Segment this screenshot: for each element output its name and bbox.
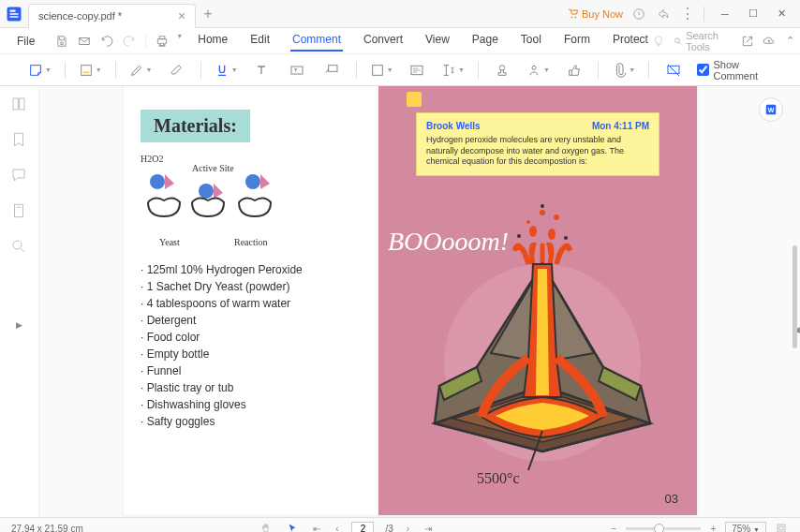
- svg-rect-8: [82, 71, 89, 73]
- comments-panel-icon[interactable]: [10, 167, 29, 185]
- close-button[interactable]: ✕: [768, 3, 794, 25]
- menu-edit[interactable]: Edit: [248, 31, 272, 52]
- menu-comment[interactable]: Comment: [290, 31, 343, 52]
- search-tools-input[interactable]: Search Tools: [674, 30, 733, 52]
- new-tab-button[interactable]: +: [203, 6, 212, 22]
- signature-tool[interactable]: ▼: [526, 59, 550, 81]
- prev-page-icon[interactable]: ‹: [333, 522, 340, 532]
- external-link-icon[interactable]: [741, 33, 755, 50]
- attachments-panel-icon[interactable]: [10, 202, 29, 221]
- next-page-icon[interactable]: ›: [405, 522, 411, 532]
- svg-rect-34: [778, 525, 785, 532]
- search-panel-icon[interactable]: [10, 238, 29, 257]
- stamp-tool[interactable]: [492, 59, 513, 81]
- hide-comments-tool[interactable]: [662, 59, 684, 81]
- svg-rect-10: [329, 65, 337, 71]
- menu-protect[interactable]: Protect: [611, 31, 650, 52]
- document-page-left: Materials: H2O2 Active Site Yeast Reacti…: [124, 86, 378, 515]
- dimensions-label: 27.94 x 21.59 cm: [11, 524, 83, 532]
- show-comment-toggle[interactable]: Show Comment: [697, 59, 772, 81]
- svg-rect-1: [10, 9, 16, 11]
- menu-tool[interactable]: Tool: [519, 31, 543, 52]
- svg-point-20: [150, 174, 165, 189]
- buy-now-link[interactable]: Buy Now: [568, 8, 623, 20]
- svg-point-22: [245, 174, 260, 189]
- zoom-out-icon[interactable]: −: [610, 522, 619, 532]
- word-export-icon[interactable]: W: [759, 97, 783, 122]
- svg-point-29: [564, 236, 568, 240]
- svg-point-27: [548, 229, 556, 240]
- note-tool[interactable]: ▼: [28, 59, 52, 81]
- document-page-right: Brook Wells Mon 4:11 PM Hydrogen peroxid…: [378, 86, 697, 515]
- show-comment-checkbox[interactable]: [697, 64, 709, 76]
- zoom-in-icon[interactable]: +: [708, 522, 718, 532]
- sidebar-expand-icon[interactable]: ▶: [16, 320, 22, 330]
- underline-tool[interactable]: ▼: [215, 59, 238, 81]
- svg-point-6: [674, 37, 679, 42]
- sticky-note-icon[interactable]: [407, 92, 422, 107]
- scrollbar[interactable]: [793, 245, 797, 348]
- textbox-tool[interactable]: [286, 59, 307, 81]
- print-icon[interactable]: [154, 33, 170, 50]
- app-icon: [0, 0, 28, 28]
- menu-form[interactable]: Form: [562, 31, 592, 52]
- menu-page[interactable]: Page: [470, 31, 500, 52]
- bulb-icon[interactable]: [652, 33, 666, 50]
- kebab-menu-icon[interactable]: ⋮: [679, 6, 696, 22]
- thumbnails-icon[interactable]: [10, 96, 29, 114]
- materials-list: 125ml 10% Hydrogen Peroxide1 Sachet Dry …: [141, 261, 362, 430]
- svg-rect-11: [372, 65, 382, 75]
- svg-point-30: [541, 204, 544, 208]
- svg-rect-9: [291, 66, 303, 74]
- page-number-label: 03: [665, 492, 678, 506]
- eraser-tool[interactable]: [165, 59, 186, 81]
- redo-icon[interactable]: [121, 33, 138, 50]
- mail-icon[interactable]: [76, 33, 93, 50]
- boom-text: BOOooom!: [388, 227, 509, 257]
- measure-tool[interactable]: ▼: [441, 59, 465, 81]
- list-item: Food color: [141, 329, 362, 346]
- attachment-tool[interactable]: ▼: [612, 59, 635, 81]
- sticky-note[interactable]: Brook Wells Mon 4:11 PM Hydrogen peroxid…: [416, 112, 659, 176]
- last-page-icon[interactable]: ⇥: [422, 522, 434, 532]
- text-tool[interactable]: [251, 59, 273, 81]
- minimize-button[interactable]: ─: [712, 3, 738, 25]
- file-menu[interactable]: File: [9, 31, 42, 52]
- page-input[interactable]: [351, 522, 374, 533]
- svg-rect-18: [14, 204, 22, 217]
- svg-rect-16: [13, 98, 18, 110]
- svg-point-24: [526, 220, 530, 224]
- document-tab[interactable]: science-copy.pdf * ×: [28, 4, 196, 28]
- hand-tool-icon[interactable]: [259, 521, 274, 533]
- notification-icon[interactable]: [630, 6, 647, 22]
- menu-view[interactable]: View: [423, 31, 452, 52]
- maximize-button[interactable]: ☐: [740, 3, 766, 25]
- materials-heading: Materials:: [141, 110, 250, 142]
- select-tool-icon[interactable]: [285, 521, 300, 533]
- menu-home[interactable]: Home: [196, 31, 230, 52]
- fit-page-icon[interactable]: [774, 521, 789, 533]
- materials-diagram: H2O2 Active Site Yeast Reaction: [141, 154, 362, 247]
- undo-icon[interactable]: [98, 33, 115, 50]
- note-body: Hydrogen peroxide molecules are very uns…: [426, 135, 649, 168]
- tab-close-icon[interactable]: ×: [178, 8, 185, 23]
- share-icon[interactable]: [655, 6, 672, 22]
- approve-tool[interactable]: [563, 59, 585, 81]
- first-page-icon[interactable]: ⇤: [311, 522, 322, 532]
- save-icon[interactable]: [53, 33, 70, 50]
- menu-convert[interactable]: Convert: [362, 31, 405, 52]
- area-highlight-tool[interactable]: [407, 59, 428, 81]
- callout-tool[interactable]: [320, 59, 342, 81]
- pencil-tool[interactable]: ▼: [129, 59, 153, 81]
- list-item: 4 tablespoons of warm water: [141, 295, 362, 312]
- bookmarks-icon[interactable]: [10, 131, 29, 150]
- highlight-tool[interactable]: ▼: [79, 59, 102, 81]
- collapse-ribbon-icon[interactable]: ⌃: [783, 33, 797, 50]
- zoom-value[interactable]: 75% ▼: [725, 522, 766, 532]
- cloud-icon[interactable]: [763, 33, 777, 50]
- zoom-slider[interactable]: [626, 527, 701, 530]
- shapes-tool[interactable]: ▼: [370, 59, 393, 81]
- print-dropdown-icon[interactable]: ▼: [176, 33, 183, 50]
- svg-point-14: [532, 66, 536, 69]
- svg-rect-5: [80, 37, 90, 44]
